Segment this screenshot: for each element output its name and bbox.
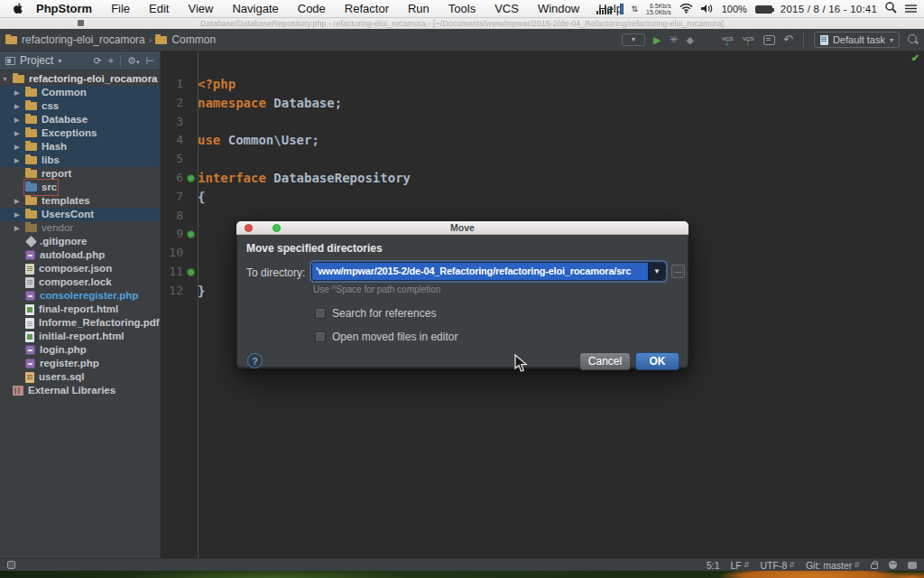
- tree-row[interactable]: ▶ css: [0, 99, 160, 113]
- tree-row[interactable]: composer.json: [0, 262, 160, 275]
- code-line[interactable]: 7 {: [162, 188, 924, 207]
- code-line[interactable]: 6 interface DatabaseRepository: [162, 169, 924, 188]
- caret-position[interactable]: 5:1: [707, 560, 720, 571]
- tree-row[interactable]: report: [0, 167, 160, 181]
- tree-row[interactable]: src: [0, 181, 160, 194]
- rollback-button[interactable]: ↶: [783, 33, 793, 47]
- tree-row[interactable]: ▶ Hash: [0, 140, 160, 154]
- checkbox-icon[interactable]: [315, 308, 326, 319]
- locate-icon[interactable]: ⌖: [108, 55, 114, 67]
- chevron-down-icon[interactable]: ▾: [58, 57, 61, 65]
- zoom-traffic-light[interactable]: [273, 224, 281, 232]
- menu-item[interactable]: Navigate: [232, 2, 278, 15]
- tree-row[interactable]: ▶ templates: [0, 194, 160, 208]
- encoding-widget[interactable]: UTF-8⇵: [761, 560, 795, 571]
- expand-arrow-icon[interactable]: ▶: [14, 130, 25, 137]
- tree-row[interactable]: autoload.php: [0, 248, 160, 262]
- task-dropdown[interactable]: Default task ▾: [814, 32, 900, 48]
- cpu-histogram-icon[interactable]: [596, 4, 612, 14]
- notification-center-icon[interactable]: [905, 3, 917, 16]
- expand-arrow-icon[interactable]: ▶: [14, 117, 25, 124]
- tree-row[interactable]: ▶ Exceptions: [0, 126, 160, 140]
- network-speed[interactable]: 6.5Kb/s 15.0Kb/s: [646, 3, 671, 15]
- dialog-titlebar[interactable]: Move: [236, 221, 688, 235]
- menu-item[interactable]: Run: [408, 2, 430, 15]
- cancel-button[interactable]: Cancel: [579, 352, 631, 370]
- menu-item[interactable]: View: [188, 2, 213, 15]
- tree-row[interactable]: login.php: [0, 343, 160, 357]
- search-everywhere-icon[interactable]: [908, 34, 919, 45]
- volume-icon[interactable]: [701, 3, 714, 16]
- tree-row[interactable]: ▶ libs: [0, 154, 160, 167]
- lock-icon[interactable]: [871, 564, 878, 569]
- code-line[interactable]: 3: [162, 113, 924, 132]
- attach-grid-icon[interactable]: [702, 34, 714, 46]
- tree-row[interactable]: .gitignore: [0, 235, 160, 248]
- run-configuration-combo[interactable]: ▾: [622, 33, 645, 46]
- expand-arrow-icon[interactable]: ▶: [14, 198, 25, 205]
- code-line[interactable]: 2 namespace Database;: [162, 94, 924, 113]
- code-line[interactable]: 4 use Common\User;: [162, 131, 924, 150]
- code-line[interactable]: 1 <?php: [162, 75, 924, 94]
- tree-row[interactable]: ▼ refactoring-eloi_rocamora: [0, 72, 160, 86]
- tree-row[interactable]: composer.lock: [0, 275, 160, 289]
- toolwindow-toggle-icon[interactable]: [7, 561, 15, 569]
- directory-combobox[interactable]: 'www/mpwar/2015-2/de-04_Refactoring/refa…: [311, 262, 666, 281]
- menu-item[interactable]: Tools: [448, 2, 476, 15]
- network-arrows-icon[interactable]: ⇅: [632, 5, 639, 14]
- debug-button[interactable]: ✳: [669, 33, 678, 47]
- spotlight-icon[interactable]: [885, 2, 897, 16]
- search-for-references-checkbox[interactable]: Search for references: [315, 307, 436, 320]
- line-separator-widget[interactable]: LF⇵: [731, 560, 750, 571]
- project-panel-title[interactable]: Project: [20, 54, 53, 67]
- checkbox-icon[interactable]: [315, 331, 326, 342]
- help-button[interactable]: ?: [247, 353, 263, 368]
- tree-row[interactable]: register.php: [0, 357, 160, 370]
- gear-icon[interactable]: ⚙▾: [127, 55, 139, 67]
- tree-row[interactable]: ▶ UsersCont: [0, 208, 160, 221]
- expand-arrow-icon[interactable]: ▶: [14, 89, 25, 97]
- vcs-commit-button[interactable]: VCS ↑: [743, 33, 755, 47]
- expand-arrow-icon[interactable]: ▶: [14, 211, 25, 219]
- tree-row[interactable]: Informe_Refactoring.pdf: [0, 316, 160, 330]
- menu-item[interactable]: Refactor: [345, 2, 389, 15]
- ok-button[interactable]: OK: [635, 352, 679, 370]
- breadcrumb-project[interactable]: refactoring-eloi_rocamora: [5, 33, 145, 46]
- close-traffic-light[interactable]: [245, 224, 253, 232]
- event-log-icon[interactable]: [908, 562, 917, 569]
- code-line[interactable]: 5: [162, 150, 924, 169]
- battery-icon[interactable]: [755, 5, 772, 14]
- hide-panel-icon[interactable]: ⊢: [145, 55, 154, 67]
- gutter-marker-icon[interactable]: [183, 268, 198, 276]
- expand-arrow-icon[interactable]: ▶: [14, 144, 25, 151]
- tree-row[interactable]: initial-report.html: [0, 330, 160, 343]
- window-titlebar[interactable]: Database/DatabaseRepository.php - refact…: [0, 18, 924, 29]
- menu-item[interactable]: Window: [538, 2, 579, 15]
- tree-row[interactable]: ▶ vendor: [0, 221, 160, 235]
- expand-arrow-icon[interactable]: ▶: [14, 103, 25, 110]
- menubar-clock[interactable]: 2015 / 8 / 16 - 10:41: [781, 4, 877, 14]
- vcs-update-button[interactable]: VCS ↓: [722, 33, 735, 47]
- gutter-marker-icon[interactable]: [183, 230, 198, 238]
- open-moved-files-checkbox[interactable]: Open moved files in editor: [315, 331, 457, 343]
- menu-item[interactable]: Code: [298, 2, 326, 15]
- expand-arrow-icon[interactable]: ▶: [14, 157, 25, 164]
- sync-icon[interactable]: ⟳: [94, 55, 102, 67]
- expand-arrow-icon[interactable]: ▶: [14, 225, 25, 232]
- tree-row[interactable]: final-report.html: [0, 303, 160, 316]
- git-branch-widget[interactable]: Git: master⇵: [806, 560, 860, 571]
- wifi-icon[interactable]: [679, 3, 693, 16]
- apple-icon[interactable]: [13, 3, 23, 15]
- menu-item[interactable]: Edit: [149, 2, 169, 15]
- console-button[interactable]: [763, 35, 775, 45]
- hector-inspector-icon[interactable]: [889, 561, 897, 569]
- memory-meter-icon[interactable]: [620, 4, 624, 14]
- menu-item[interactable]: VCS: [494, 2, 519, 15]
- coverage-button[interactable]: ◆: [687, 33, 694, 47]
- menu-item[interactable]: File: [111, 2, 130, 15]
- directory-path-value[interactable]: 'www/mpwar/2015-2/de-04_Refactoring/refa…: [312, 263, 648, 280]
- expand-arrow-icon[interactable]: ▼: [2, 76, 13, 82]
- breadcrumb-common[interactable]: Common: [155, 33, 216, 46]
- combo-dropdown-icon[interactable]: ▼: [648, 263, 665, 280]
- gutter-marker-icon[interactable]: [183, 174, 198, 182]
